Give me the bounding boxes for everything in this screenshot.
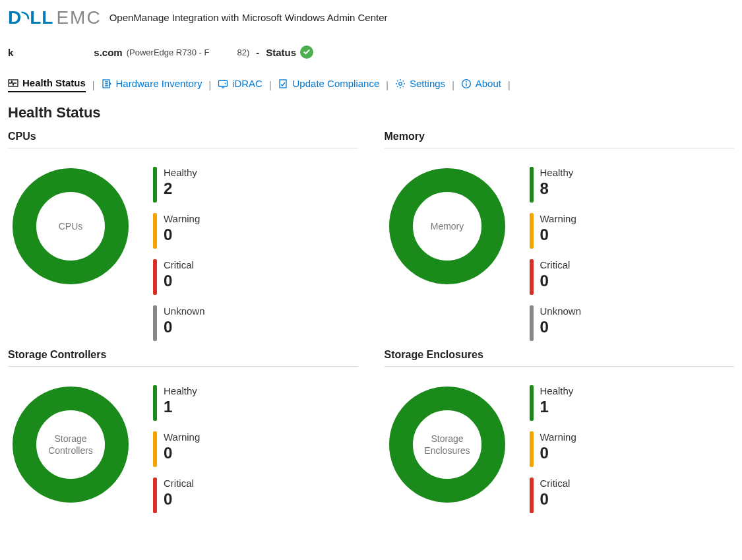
- tab-settings[interactable]: Settings: [395, 78, 445, 92]
- stat-bar: [530, 478, 534, 513]
- tab-bar: Health Status | Hardware Inventory | iDR…: [8, 77, 734, 92]
- health-card: Storage Controllers Storage Controllers …: [8, 349, 358, 513]
- donut-chart: CPUs: [8, 167, 133, 288]
- svg-point-7: [466, 81, 467, 82]
- stat-bar: [153, 259, 157, 295]
- stat-bar: [530, 431, 534, 467]
- stat-label: Unknown: [540, 305, 582, 317]
- card-title: Memory: [385, 131, 735, 148]
- health-status-icon: [8, 78, 18, 88]
- host-subtitle-left: (PowerEdge R730 - F: [127, 47, 210, 57]
- tab-health-status[interactable]: Health Status: [8, 77, 86, 92]
- stat-row: Unknown 0: [153, 305, 205, 341]
- svg-text:Enclosures: Enclosures: [424, 445, 470, 456]
- brand-emc: EMC: [56, 7, 101, 28]
- stat-label: Unknown: [164, 305, 205, 317]
- tab-separator: |: [508, 80, 510, 90]
- stat-bar: [153, 385, 157, 421]
- stat-list: Healthy 1 Warning 0 Critical 0: [530, 385, 576, 513]
- tab-label: Settings: [410, 78, 445, 89]
- stat-bar: [530, 167, 534, 202]
- stat-row: Critical 0: [153, 259, 205, 295]
- tab-separator: |: [386, 80, 388, 90]
- stat-label: Critical: [540, 478, 571, 489]
- tab-idrac[interactable]: iDRAC: [218, 78, 263, 92]
- tab-label: Hardware Inventory: [116, 78, 202, 89]
- svg-text:Storage: Storage: [54, 433, 86, 444]
- stat-row: Critical 0: [530, 478, 576, 513]
- stat-label: Warning: [540, 213, 576, 224]
- stat-label: Healthy: [164, 385, 197, 396]
- stat-bar: [530, 305, 534, 341]
- stat-bar: [153, 167, 157, 202]
- stat-value: 0: [540, 318, 582, 336]
- svg-point-15: [401, 398, 493, 491]
- donut-chart: Storage Enclosures: [385, 385, 510, 506]
- stat-list: Healthy 8 Warning 0 Critical 0 Unknown 0: [530, 167, 582, 341]
- inventory-icon: [102, 78, 112, 89]
- svg-text:Storage: Storage: [431, 433, 463, 444]
- donut-chart: Memory: [385, 167, 510, 288]
- stat-value: 1: [164, 398, 197, 416]
- stat-label: Healthy: [164, 167, 197, 178]
- stat-value: 0: [164, 444, 200, 462]
- stat-row: Warning 0: [530, 213, 582, 249]
- stat-list: Healthy 2 Warning 0 Critical 0 Unknown 0: [153, 167, 205, 341]
- tab-separator: |: [208, 80, 211, 90]
- page-title: Health Status: [8, 104, 734, 121]
- donut-chart: Storage Controllers: [8, 385, 133, 506]
- tab-label: Update Compliance: [293, 78, 380, 89]
- stat-label: Critical: [164, 478, 194, 489]
- health-cards-grid: CPUs CPUs Healthy 2 Warning 0 Critical 0…: [8, 131, 734, 513]
- stat-row: Healthy 8: [530, 167, 582, 202]
- card-title: Storage Enclosures: [385, 349, 735, 367]
- stat-bar: [153, 213, 157, 249]
- host-dash: -: [256, 47, 259, 58]
- tab-hardware-inventory[interactable]: Hardware Inventory: [102, 78, 202, 92]
- stat-value: 1: [540, 398, 574, 416]
- stat-value: 2: [164, 179, 197, 198]
- tab-separator: |: [269, 80, 272, 90]
- tab-about[interactable]: About: [461, 78, 501, 92]
- health-card: CPUs CPUs Healthy 2 Warning 0 Critical 0…: [8, 131, 358, 341]
- stat-value: 0: [540, 272, 571, 290]
- svg-text:Memory: Memory: [430, 221, 464, 232]
- health-card: Memory Memory Healthy 8 Warning 0 Critic…: [385, 131, 735, 341]
- stat-value: 0: [164, 490, 194, 509]
- app-title: OpenManage Integration with Microsoft Wi…: [109, 12, 388, 23]
- stat-value: 8: [540, 179, 574, 198]
- health-card: Storage Enclosures Storage Enclosures He…: [385, 349, 735, 513]
- svg-rect-4: [280, 80, 286, 88]
- stat-label: Critical: [540, 259, 571, 270]
- stat-label: Warning: [164, 431, 200, 443]
- stat-bar: [530, 385, 534, 421]
- svg-rect-2: [219, 80, 228, 86]
- tab-label: Health Status: [22, 77, 86, 88]
- svg-point-3: [225, 82, 226, 84]
- tab-label: iDRAC: [232, 78, 263, 89]
- svg-point-12: [24, 398, 117, 491]
- stat-label: Healthy: [540, 385, 574, 396]
- stat-bar: [530, 213, 534, 249]
- stat-value: 0: [540, 444, 576, 462]
- stat-row: Warning 0: [530, 431, 576, 467]
- gear-icon: [395, 78, 406, 89]
- stat-label: Critical: [164, 259, 194, 270]
- svg-text:Controllers: Controllers: [48, 445, 93, 456]
- tab-update-compliance[interactable]: Update Compliance: [278, 78, 380, 92]
- stat-row: Critical 0: [530, 259, 582, 295]
- stat-row: Critical 0: [153, 478, 200, 513]
- stat-row: Unknown 0: [530, 305, 582, 341]
- stat-value: 0: [540, 226, 576, 244]
- stat-value: 0: [540, 490, 571, 509]
- tab-separator: |: [452, 80, 454, 90]
- tab-label: About: [476, 78, 501, 89]
- app-header: D◝LL EMC OpenManage Integration with Mic…: [8, 7, 734, 28]
- stat-label: Healthy: [540, 167, 574, 178]
- info-icon: [461, 78, 472, 89]
- card-title: Storage Controllers: [8, 349, 358, 367]
- stat-label: Warning: [164, 213, 200, 224]
- card-title: CPUs: [8, 131, 358, 148]
- host-status-label: Status: [266, 47, 296, 58]
- stat-value: 0: [164, 318, 205, 336]
